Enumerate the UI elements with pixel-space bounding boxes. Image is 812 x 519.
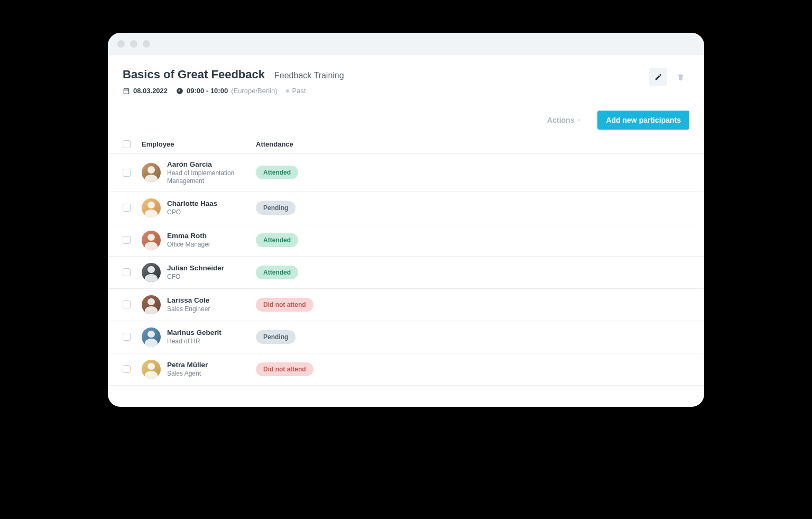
row-checkbox[interactable] [123,169,131,177]
attendance-badge: Attended [256,233,298,247]
avatar [142,327,161,347]
attendance-badge: Attended [256,266,298,279]
employee-name: Charlotte Haas [167,199,217,208]
calendar-icon [123,87,130,95]
employee-name: Petra Müller [167,361,208,370]
header-left: Basics of Great Feedback Feedback Traini… [123,68,649,95]
avatar [142,231,161,250]
add-participants-button[interactable]: Add new participants [597,111,689,130]
avatar [142,198,161,217]
employee-name: Julian Schneider [167,264,224,273]
column-header-attendance: Attendance [256,140,689,148]
window-control-close[interactable] [117,40,125,48]
attendance-badge: Did not attend [256,298,313,312]
table-header-row: Employee Attendance [108,136,704,154]
table-row: Petra MüllerSales AgentDid not attend [108,353,704,386]
pencil-icon [654,73,662,81]
row-checkbox[interactable] [123,333,131,341]
content-area: Basics of Great Feedback Feedback Traini… [108,55,704,407]
meta-status-value: Past [292,87,306,95]
title-row: Basics of Great Feedback Feedback Traini… [123,68,649,81]
avatar [142,360,161,379]
meta-time: 09:00 - 10:00 (Europe/Berlin) [176,87,278,95]
attendance-badge: Pending [256,330,296,344]
select-all-checkbox[interactable] [123,140,131,148]
employee-role: Head of Implementation Management [167,169,256,185]
row-checkbox[interactable] [123,365,131,373]
employee-cell: Emma RothOffice Manager [142,231,256,250]
meta-time-value: 09:00 - 10:00 [187,87,228,95]
actions-dropdown[interactable]: Actions [542,112,587,129]
edit-button[interactable] [649,68,667,86]
page-title: Basics of Great Feedback [123,68,265,81]
employee-name: Emma Roth [167,232,210,241]
employee-cell: Aarón GarciaHead of Implementation Manag… [142,160,256,185]
meta-timezone: (Europe/Berlin) [231,87,277,95]
meta-row: 08.03.2022 09:00 - 10:00 (Europe/Berlin)… [123,87,649,95]
avatar [142,263,161,282]
employee-role: Sales Engineer [167,305,210,313]
employee-name: Marinus Geberit [167,329,222,338]
employee-cell: Marinus GeberitHead of HR [142,327,256,347]
header-actions [649,68,689,86]
attendance-badge: Attended [256,166,298,179]
window-titlebar [108,33,704,55]
page-subtitle: Feedback Training [274,71,344,80]
window-control-minimize[interactable] [130,40,137,48]
row-checkbox[interactable] [123,268,131,276]
table-row: Emma RothOffice ManagerAttended [108,224,704,257]
meta-status: Past [286,87,306,95]
employee-name: Aarón Garcia [167,160,256,169]
toolbar: Actions Add new participants [108,95,704,136]
actions-dropdown-label: Actions [547,116,574,124]
page-header: Basics of Great Feedback Feedback Traini… [108,68,704,95]
row-checkbox[interactable] [123,204,131,212]
avatar [142,295,161,314]
employee-role: Head of HR [167,338,222,345]
column-header-employee: Employee [142,140,256,148]
table-row: Marinus GeberitHead of HRPending [108,321,704,353]
attendance-badge: Did not attend [256,362,313,376]
chevron-down-icon [576,117,582,123]
employee-role: Sales Agent [167,370,208,378]
attendance-badge: Pending [256,201,296,215]
table-row: Aarón GarciaHead of Implementation Manag… [108,154,704,192]
app-window: Basics of Great Feedback Feedback Traini… [108,33,704,407]
meta-date: 08.03.2022 [123,87,168,95]
employee-role: CPO [167,208,217,216]
employee-cell: Charlotte HaasCPO [142,198,256,217]
table-row: Julian SchneiderCFOAttended [108,257,704,289]
table-row: Larissa ColeSales EngineerDid not attend [108,289,704,321]
delete-button[interactable] [671,68,689,86]
employee-role: Office Manager [167,241,210,249]
window-control-maximize[interactable] [143,40,150,48]
clock-icon [176,87,183,95]
employee-name: Larissa Cole [167,296,210,305]
table-body: Aarón GarciaHead of Implementation Manag… [108,154,704,386]
avatar [142,163,161,182]
employee-cell: Petra MüllerSales Agent [142,360,256,379]
row-checkbox[interactable] [123,236,131,244]
table-row: Charlotte HaasCPOPending [108,192,704,224]
employee-cell: Julian SchneiderCFO [142,263,256,282]
employee-role: CFO [167,273,224,281]
employee-cell: Larissa ColeSales Engineer [142,295,256,314]
row-checkbox[interactable] [123,301,131,308]
trash-icon [677,73,685,81]
status-bullet-icon [286,89,289,93]
meta-date-value: 08.03.2022 [133,87,168,95]
